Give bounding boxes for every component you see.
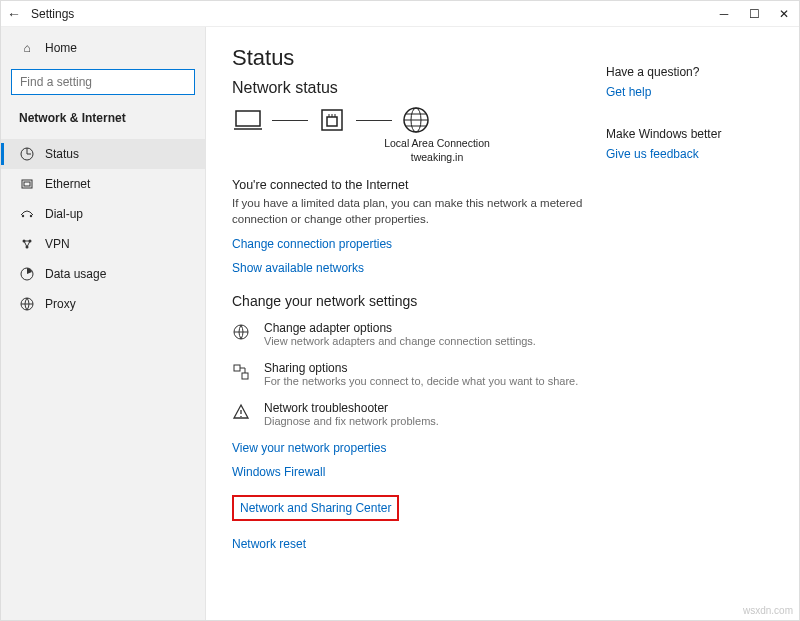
svg-rect-17	[242, 373, 248, 379]
change-connection-properties-link[interactable]: Change connection properties	[232, 237, 586, 251]
option-desc: Diagnose and fix network problems.	[264, 415, 439, 427]
option-desc: For the networks you connect to, decide …	[264, 375, 578, 387]
option-label: Network troubleshooter	[264, 401, 439, 415]
ethernet-port-icon	[316, 107, 348, 133]
sidebar: ⌂ Home Network & Internet Status Etherne…	[1, 27, 206, 620]
settings-window: ← Settings ─ ☐ ✕ ⌂ Home Network & Intern…	[0, 0, 800, 621]
data-usage-icon	[19, 267, 35, 281]
sidebar-item-label: Dial-up	[45, 207, 83, 221]
network-sharing-center-highlight: Network and Sharing Center	[232, 495, 399, 521]
home-icon: ⌂	[19, 41, 35, 55]
svg-rect-16	[234, 365, 240, 371]
sidebar-item-label: Proxy	[45, 297, 76, 311]
option-label: Sharing options	[264, 361, 578, 375]
close-button[interactable]: ✕	[769, 1, 799, 27]
change-network-settings-heading: Change your network settings	[232, 293, 586, 309]
network-sharing-center-link[interactable]: Network and Sharing Center	[240, 501, 391, 515]
sidebar-home[interactable]: ⌂ Home	[1, 33, 205, 63]
sidebar-item-datausage[interactable]: Data usage	[1, 259, 205, 289]
sidebar-item-label: Data usage	[45, 267, 106, 281]
sidebar-item-label: Status	[45, 147, 79, 161]
svg-rect-12	[327, 117, 337, 126]
watermark: wsxdn.com	[743, 605, 793, 616]
change-adapter-options[interactable]: Change adapter options View network adap…	[232, 321, 586, 347]
svg-rect-10	[236, 111, 260, 126]
svg-rect-2	[24, 182, 30, 186]
sidebar-item-label: Ethernet	[45, 177, 90, 191]
svg-point-3	[22, 215, 24, 217]
get-help-link[interactable]: Get help	[606, 85, 776, 99]
network-diagram	[232, 107, 586, 133]
window-title: Settings	[31, 7, 74, 21]
windows-firewall-link[interactable]: Windows Firewall	[232, 465, 586, 479]
option-desc: View network adapters and change connect…	[264, 335, 536, 347]
sharing-options[interactable]: Sharing options For the networks you con…	[232, 361, 586, 387]
page-title: Status	[232, 45, 586, 71]
globe-icon	[400, 107, 432, 133]
network-status-heading: Network status	[232, 79, 586, 97]
sidebar-item-label: VPN	[45, 237, 70, 251]
search-input[interactable]	[11, 69, 195, 95]
proxy-icon	[19, 297, 35, 311]
sidebar-item-ethernet[interactable]: Ethernet	[1, 169, 205, 199]
vpn-icon	[19, 237, 35, 251]
maximize-button[interactable]: ☐	[739, 1, 769, 27]
adapter-icon	[232, 321, 252, 347]
troubleshooter-icon	[232, 401, 252, 427]
sidebar-item-proxy[interactable]: Proxy	[1, 289, 205, 319]
sidebar-item-status[interactable]: Status	[1, 139, 205, 169]
network-reset-link[interactable]: Network reset	[232, 537, 586, 551]
network-troubleshooter[interactable]: Network troubleshooter Diagnose and fix …	[232, 401, 586, 427]
computer-icon	[232, 107, 264, 133]
sharing-icon	[232, 361, 252, 387]
give-feedback-link[interactable]: Give us feedback	[606, 147, 776, 161]
option-label: Change adapter options	[264, 321, 536, 335]
have-question-label: Have a question?	[606, 65, 776, 79]
status-icon	[19, 147, 35, 161]
connected-subtext: If you have a limited data plan, you can…	[232, 195, 586, 227]
sidebar-home-label: Home	[45, 41, 77, 55]
sidebar-item-vpn[interactable]: VPN	[1, 229, 205, 259]
connected-status: You're connected to the Internet	[232, 178, 586, 192]
view-network-properties-link[interactable]: View your network properties	[232, 441, 586, 455]
minimize-button[interactable]: ─	[709, 1, 739, 27]
dialup-icon	[19, 209, 35, 219]
svg-point-4	[30, 215, 32, 217]
svg-rect-11	[322, 110, 342, 130]
back-icon[interactable]: ←	[7, 6, 21, 22]
sidebar-item-dialup[interactable]: Dial-up	[1, 199, 205, 229]
right-panel: Have a question? Get help Make Windows b…	[606, 27, 786, 620]
ethernet-icon	[19, 177, 35, 191]
make-windows-better-label: Make Windows better	[606, 127, 776, 141]
show-available-networks-link[interactable]: Show available networks	[232, 261, 586, 275]
titlebar: ← Settings ─ ☐ ✕	[1, 1, 799, 27]
connection-label: Local Area Connection tweaking.in	[288, 137, 586, 164]
sidebar-section-title: Network & Internet	[1, 105, 205, 133]
content-area: Status Network status	[206, 27, 799, 620]
